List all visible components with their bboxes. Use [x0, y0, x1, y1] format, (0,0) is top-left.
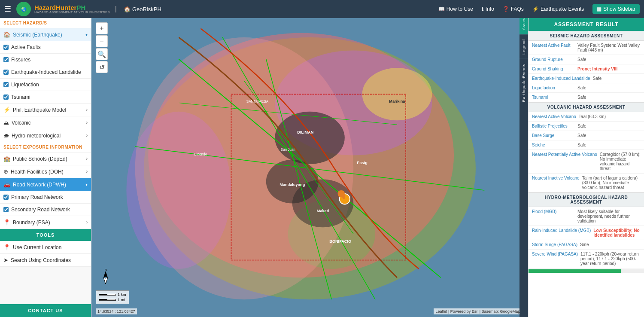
eq-landslide-assess-value: Safe [593, 76, 641, 81]
georiskph-label: 🏠 GeoRiskPH [124, 6, 161, 12]
header: ☰ 🌏 HazardHunterPH HAZARD ASSESSMENT AT … [0, 0, 644, 18]
tsunami-checkbox[interactable] [3, 94, 9, 100]
contact-us-button[interactable]: CONTACT US [0, 304, 91, 317]
active-faults-checkbox[interactable] [3, 45, 9, 50]
svg-text:DILIMAN: DILIMAN [297, 130, 313, 134]
ground-rupture-label[interactable]: Ground Rupture [532, 57, 575, 62]
schools-label: Public Schools (DepEd) [13, 156, 67, 162]
sidebar-item-liquefaction[interactable]: Liquefaction [0, 79, 91, 91]
sidebar-item-volcanic[interactable]: ⛰ Volcanic › [0, 116, 91, 129]
secondary-road-label: Secondary Road Network [11, 207, 70, 213]
sidebar-item-health[interactable]: ⊕ Health Facilities (DOH) › [0, 165, 91, 178]
ground-shaking-label[interactable]: Ground Shaking [532, 67, 575, 71]
rain-landslide-label[interactable]: Rain-Induced Landslide (MGB) [532, 228, 591, 233]
assessment-row-eq-landslide: Earthquake-Induced Landslide Safe [529, 74, 644, 83]
flood-label[interactable]: Flood (MGB) [532, 209, 575, 214]
seiche-value: Safe [577, 143, 641, 147]
search-coords-icon: ➤ [3, 257, 8, 263]
select-hazard-title: SELECT HAZARD/S [0, 18, 91, 28]
earthquake-events-tab[interactable]: EarthquakeEvents [519, 59, 528, 107]
liquefaction-assess-label[interactable]: Liquefaction [532, 85, 575, 90]
volcanic-label: Volcanic [12, 120, 31, 126]
search-button[interactable]: 🔍 [96, 48, 108, 60]
faqs-link[interactable]: ❓ FAQs [503, 6, 524, 12]
tsunami-assess-label[interactable]: Tsunami [532, 95, 575, 100]
nearest-volcano-label[interactable]: Nearest Active Volcano [532, 114, 576, 119]
liquefaction-checkbox[interactable] [3, 82, 9, 87]
sidebar-item-secondary-road[interactable]: Secondary Road Network [0, 204, 91, 216]
sidebar-item-eq-landslide[interactable]: Earthquake-Induced Landslide [0, 66, 91, 79]
sidebar-item-phil-eq[interactable]: ⚡ Phil. Earthquake Model › [0, 104, 91, 116]
seismic-icon: 🏠 [3, 31, 10, 38]
sidebar-item-search-coords[interactable]: ➤ Search Using Coordinates [0, 254, 91, 267]
map-container[interactable]: DILIMAN Mandaluyong Makati Pasig BONIFAC… [91, 18, 528, 317]
zoom-out-button[interactable]: − [96, 35, 108, 47]
book-icon: 📖 [438, 6, 445, 12]
vertical-tabs: Assessment Legend EarthquakeEvents [519, 18, 528, 317]
how-to-use-link[interactable]: 📖 How to Use [438, 6, 473, 12]
logo-text: HazardHunterPH HAZARD ASSESSMENT AT YOUR… [34, 4, 110, 14]
primary-road-checkbox[interactable] [3, 195, 9, 200]
earthquake-events-link[interactable]: ⚡ Earthquake Events [532, 6, 584, 12]
volcanic-icon: ⛰ [3, 119, 9, 126]
sidebar-item-fissures[interactable]: Fissures [0, 54, 91, 66]
sidebar-item-boundary[interactable]: 📍 Boundary (PSA) › [0, 216, 91, 229]
sidebar-item-tsunami[interactable]: Tsunami [0, 91, 91, 104]
liquefaction-assess-value: Safe [577, 85, 641, 90]
hydro-icon: 🌧 [3, 132, 9, 139]
info-link[interactable]: ℹ Info [482, 6, 494, 12]
main-area: SELECT HAZARD/S 🏠 Seismic (Earthquake) ▾… [0, 18, 644, 317]
assessment-header: ASSESSMENT RESULT [529, 18, 644, 31]
svg-text:N: N [105, 269, 107, 271]
storm-surge-label[interactable]: Storm Surge (PAGASA) [532, 242, 577, 247]
legend-tab[interactable]: Legend [519, 34, 528, 59]
sidebar-item-seismic[interactable]: 🏠 Seismic (Earthquake) ▾ [0, 28, 91, 41]
assessment-row-potentially-active: Nearest Potentially Active Volcano Corre… [529, 150, 644, 174]
primary-road-label: Primary Road Network [11, 194, 63, 200]
sidebar-item-road-network[interactable]: 🚗 Road Network (DPWH) ▾ [0, 178, 91, 191]
assessment-panel: ASSESSMENT RESULT SEISMIC HAZARD ASSESSM… [528, 18, 644, 317]
sidebar-item-active-faults[interactable]: Active Faults [0, 41, 91, 54]
chevron-right-icon3: › [86, 133, 88, 138]
ground-shaking-value: Prone; Intensity VIII [577, 67, 641, 71]
sidebar-item-current-location[interactable]: 📍 Use Current Location [0, 241, 91, 254]
tools-bar: TOOLS [0, 229, 91, 241]
ballistic-label[interactable]: Ballistic Projectiles [532, 124, 575, 128]
refresh-button[interactable]: ↺ [96, 61, 108, 73]
sidebar-item-hydro[interactable]: 🌧 Hydro-meteorological › [0, 129, 91, 142]
eq-landslide-checkbox[interactable] [3, 70, 9, 75]
menu-icon[interactable]: ☰ [4, 4, 11, 14]
svg-text:San Juan: San Juan [280, 148, 295, 152]
rain-landslide-value: Low Susceptibility; No identified landsl… [593, 228, 641, 238]
zoom-in-button[interactable]: + [96, 22, 108, 34]
sidebar-item-primary-road[interactable]: Primary Road Network [0, 191, 91, 204]
base-surge-label[interactable]: Base Surge [532, 133, 575, 138]
svg-text:Makati: Makati [317, 209, 329, 213]
assessment-row-seiche: Seiche Safe [529, 140, 644, 150]
assessment-tab[interactable]: Assessment [519, 18, 528, 34]
logo-subtitle: HAZARD ASSESSMENT AT YOUR FINGERTIPS [34, 10, 110, 14]
eq-landslide-assess-label[interactable]: Earthquake-Induced Landslide [532, 76, 590, 81]
map-svg: DILIMAN Mandaluyong Makati Pasig BONIFAC… [91, 18, 528, 317]
map-coordinates: 14.63524 : 121.08427 [96, 308, 137, 314]
active-faults-label: Active Faults [11, 44, 41, 50]
inactive-volcano-label[interactable]: Nearest Inactive Volcano [532, 176, 580, 180]
fissures-checkbox[interactable] [3, 57, 9, 62]
sidebar-item-schools[interactable]: 🏫 Public Schools (DepEd) › [0, 152, 91, 165]
ballistic-value: Safe [577, 124, 641, 128]
assessment-row-ground-rupture: Ground Rupture Safe [529, 55, 644, 64]
current-location-label: Use Current Location [13, 244, 61, 250]
assessment-row-rain-landslide: Rain-Induced Landslide (MGB) Low Suscept… [529, 226, 644, 240]
potentially-active-label[interactable]: Nearest Potentially Active Volcano [532, 152, 597, 157]
assessment-row-base-surge: Base Surge Safe [529, 131, 644, 140]
seiche-label[interactable]: Seiche [532, 143, 575, 147]
phil-eq-label: Phil. Earthquake Model [13, 107, 66, 113]
show-sidebar-button[interactable]: ▦ Show Sidebar [592, 4, 640, 14]
nearest-fault-label[interactable]: Nearest Active Fault [532, 43, 575, 48]
nearest-volcano-value: Taal (63.3 km) [579, 114, 641, 119]
liquefaction-label: Liquefaction [11, 82, 39, 88]
assessment-row-ballistic: Ballistic Projectiles Safe [529, 122, 644, 131]
svg-text:Pasig: Pasig [357, 161, 367, 165]
severe-wind-label[interactable]: Severe Wind (PAGASA) [532, 252, 578, 256]
secondary-road-checkbox[interactable] [3, 207, 9, 212]
